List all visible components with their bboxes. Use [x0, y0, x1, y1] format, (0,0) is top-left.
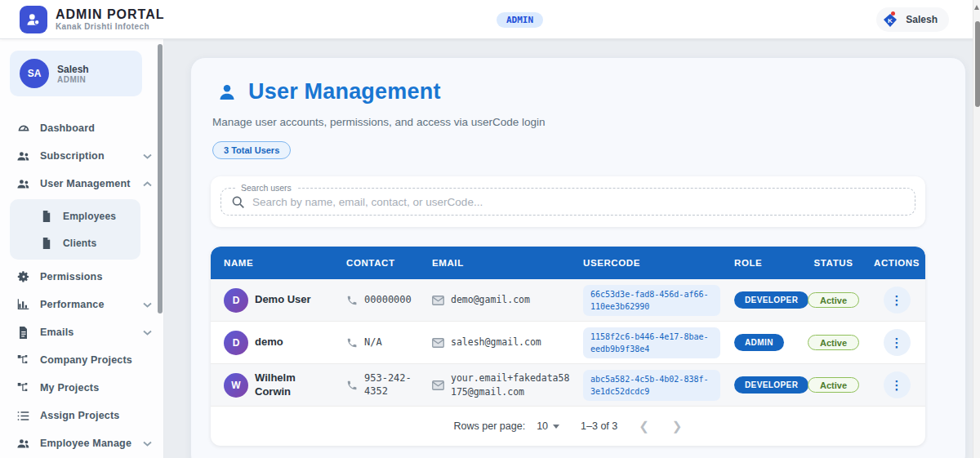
list-icon: [16, 409, 30, 423]
chevron-down-icon: [143, 330, 152, 336]
sidebar-item-label: Assign Projects: [40, 410, 119, 421]
sidebar-item-emails[interactable]: Emails: [0, 318, 163, 346]
avatar: SA: [20, 59, 49, 88]
sidebar-item-permissions[interactable]: Permissions: [0, 263, 163, 291]
chevron-down-icon: [143, 302, 152, 308]
search-card: Search users: [211, 176, 925, 227]
row-actions-button[interactable]: ⋮: [884, 329, 911, 356]
next-page-button[interactable]: ❯: [672, 419, 683, 434]
role-badge: DEVELOPER: [734, 291, 808, 309]
search-input[interactable]: [252, 196, 905, 208]
usercode-chip: 66c53d3e-fad8-456d-af66-110ee3b62990: [583, 285, 720, 316]
sidebar-item-clients[interactable]: Clients: [10, 229, 140, 256]
sidebar-item-user-management[interactable]: User Management: [0, 170, 163, 198]
sidebar-item-my-projects[interactable]: My Projects: [0, 374, 163, 402]
sidebar-item-company-projects[interactable]: Company Projects: [0, 346, 163, 374]
sidebar-item-employee-manage[interactable]: Employee Manage: [0, 429, 163, 457]
usercode-chip: abc5a582-4c5b-4b02-838f-3e1dc52dcdc9: [583, 370, 720, 401]
users-icon: [16, 177, 30, 191]
page-subtitle: Manage user accounts, permissions, and a…: [212, 116, 946, 128]
search-field[interactable]: Search users: [220, 188, 915, 216]
user-contact: 953-242-4352: [364, 372, 415, 398]
previous-page-button[interactable]: ❮: [639, 419, 649, 434]
header-user-name: Salesh: [906, 14, 938, 25]
gauge-icon: [16, 122, 30, 136]
user-email: demo@gamil.com: [451, 293, 530, 306]
column-header-status: STATUS: [799, 258, 868, 268]
table-row: D Demo User 00000000 demo@gamil.com 66c5…: [211, 279, 925, 322]
hierarchy-icon: [16, 381, 30, 395]
hierarchy-icon: [16, 354, 30, 367]
status-badge: Active: [808, 377, 859, 393]
user-name: demo: [255, 336, 283, 349]
column-header-actions: ACTIONS: [868, 258, 925, 268]
page-title: User Management: [248, 79, 441, 104]
table-row: W Wilhelm Corwin 953-242-4352 your.email…: [211, 364, 925, 407]
sidebar-item-employees[interactable]: Employees: [10, 202, 140, 229]
svg-text:K: K: [888, 16, 893, 24]
rows-per-page-label: Rows per page:: [454, 420, 526, 432]
sidebar-scrollbar-thumb[interactable]: [158, 44, 163, 313]
user-email: your.email+fakedata58175@gmail.com: [451, 371, 570, 398]
chevron-up-icon: [143, 181, 152, 187]
column-header-email: EMAIL: [419, 258, 570, 268]
column-header-contact: CONTACT: [333, 258, 419, 268]
phone-icon: [346, 295, 358, 306]
email-icon: [432, 380, 444, 390]
user-gem-icon: K: [883, 11, 899, 29]
role-badge: DEVELOPER: [734, 376, 808, 394]
sidebar-profile-card[interactable]: SA Salesh ADMIN: [10, 51, 142, 96]
sidebar-item-dashboard[interactable]: Dashboard: [0, 114, 163, 142]
profile-name: Salesh: [57, 64, 89, 75]
table-pagination: Rows per page: 10 1–3 of 3 ❮ ❯: [211, 407, 925, 446]
sidebar-submenu-user-management: Employees Clients: [10, 199, 140, 260]
table-row: D demo N/A salesh@gmail.com 1158f2c6-b44…: [211, 322, 925, 364]
chevron-down-icon: [143, 153, 152, 159]
row-actions-button[interactable]: ⋮: [884, 287, 911, 313]
sidebar-item-label: Dashboard: [40, 122, 95, 134]
sidebar-item-label: Emails: [40, 327, 74, 338]
chevron-down-icon: [143, 441, 152, 447]
brand: ADMIN PORTAL Kanak Drishti Infotech: [20, 6, 164, 33]
search-field-label: Search users: [236, 183, 296, 193]
user-name: Demo User: [255, 293, 311, 306]
app-header: ADMIN PORTAL Kanak Drishti Infotech ADMI…: [0, 0, 980, 39]
users-icon: [16, 149, 30, 163]
sidebar-item-assign-projects[interactable]: Assign Projects: [0, 402, 163, 429]
row-actions-button[interactable]: ⋮: [884, 371, 911, 398]
page-scrollbar[interactable]: [973, 0, 980, 458]
sidebar-item-subscription[interactable]: Subscription: [0, 142, 163, 170]
column-header-usercode: USERCODE: [570, 258, 721, 268]
sidebar-item-label: Permissions: [40, 271, 103, 282]
column-header-role: ROLE: [721, 258, 799, 268]
env-badge: ADMIN: [497, 12, 543, 28]
app-logo-icon: [20, 6, 47, 33]
scroll-up-arrow-icon[interactable]: [974, 5, 979, 10]
sidebar-item-label: Employee Manage: [40, 438, 131, 449]
sidebar-item-label: Performance: [40, 299, 105, 310]
avatar: W: [224, 373, 248, 398]
document-icon: [16, 326, 30, 340]
main-content: User Management Manage user accounts, pe…: [164, 39, 973, 458]
status-badge: Active: [808, 292, 859, 308]
sidebar-item-performance[interactable]: Performance: [0, 291, 163, 318]
phone-icon: [346, 337, 358, 349]
status-badge: Active: [808, 335, 859, 350]
header-user-menu[interactable]: K Salesh: [876, 7, 949, 32]
email-icon: [432, 296, 444, 305]
rows-per-page-select[interactable]: 10: [537, 420, 559, 432]
sidebar-item-label: Subscription: [40, 150, 105, 162]
app-subtitle: Kanak Drishti Infotech: [56, 22, 164, 31]
gear-icon: [16, 270, 30, 284]
user-contact: N/A: [364, 336, 382, 349]
page-scrollbar-thumb[interactable]: [975, 21, 980, 107]
file-icon: [39, 209, 53, 223]
column-header-name: NAME: [211, 258, 333, 268]
usercode-chip: 1158f2c6-b446-4e17-8bae-eedb9b9f38e4: [583, 327, 720, 358]
user-management-card: User Management Manage user accounts, pe…: [190, 57, 966, 458]
avatar: D: [224, 331, 248, 355]
avatar: D: [224, 288, 248, 313]
sidebar-item-label: User Management: [40, 178, 131, 189]
pagination-range: 1–3 of 3: [581, 420, 617, 432]
search-icon: [231, 195, 245, 209]
